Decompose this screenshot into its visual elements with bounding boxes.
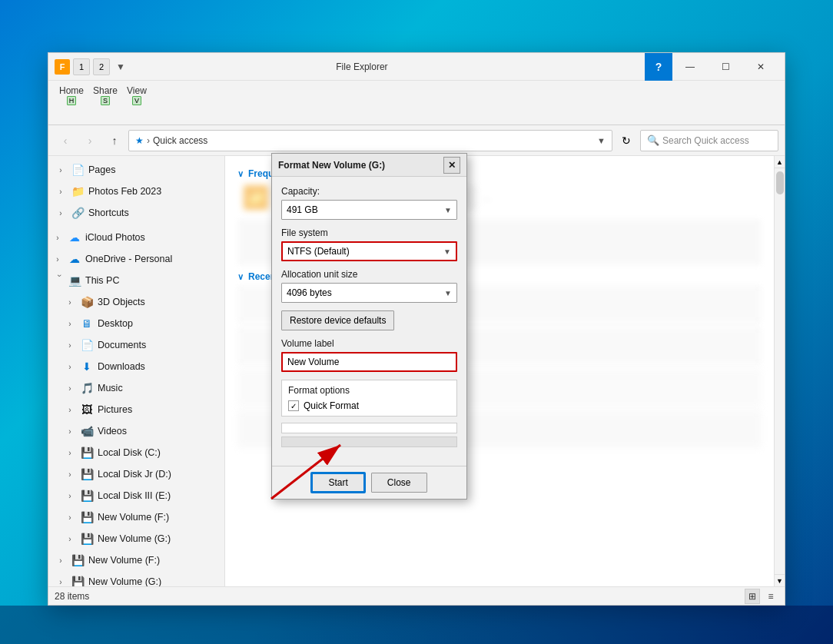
start-button[interactable]: Start xyxy=(311,473,364,493)
sidebar-item-label: OneDrive - Personal xyxy=(85,254,172,264)
help-button[interactable]: ? xyxy=(645,53,672,81)
address-text: Quick access xyxy=(153,135,207,146)
minimize-button[interactable]: — xyxy=(672,53,708,81)
shortcuts-icon: 🔗 xyxy=(70,205,85,221)
ribbon-tab-home[interactable]: Home H xyxy=(55,84,88,107)
capacity-dropdown[interactable]: 491 GB ▼ xyxy=(281,200,457,220)
expand-icon: › xyxy=(51,274,64,287)
sidebar-item-label: Pictures xyxy=(98,404,132,415)
expand-icon: › xyxy=(64,511,76,523)
icloud-icon: ☁ xyxy=(67,230,82,245)
disk-icon: 💾 xyxy=(70,574,85,586)
app-icon: F xyxy=(55,59,70,75)
sidebar-item-shortcuts[interactable]: › 🔗 Shortcuts xyxy=(48,202,224,224)
navigation-bar: ‹ › ↑ ★ › Quick access ▼ ↻ 🔍 Search Quic… xyxy=(48,125,785,156)
sidebar-item-label: Downloads xyxy=(98,361,145,372)
scrollbar-up-arrow[interactable]: ▲ xyxy=(775,156,785,168)
sidebar-item-thispc[interactable]: › 💻 This PC xyxy=(48,270,224,291)
allocation-label: Allocation unit size xyxy=(281,269,457,280)
sidebar-item-diskd[interactable]: › 💾 Local Disk Jr (D:) xyxy=(48,463,224,485)
sidebar-item-onedrive[interactable]: › ☁ OneDrive - Personal xyxy=(48,248,224,270)
expand-icon: › xyxy=(55,207,67,219)
sidebar-item-volumef1[interactable]: › 💾 New Volume (F:) xyxy=(48,506,224,528)
title-bar: F 1 2 ▼ File Explorer ? — ☐ ✕ xyxy=(48,53,785,81)
dialog-buttons: Start Close xyxy=(272,466,466,499)
address-star-icon: ★ xyxy=(135,135,144,146)
content-scrollbar[interactable]: ▲ ▼ xyxy=(774,156,785,586)
view-list-button[interactable]: ≡ xyxy=(763,589,778,604)
disk-icon: 💾 xyxy=(79,531,95,546)
close-button[interactable]: ✕ xyxy=(743,53,778,81)
forward-button[interactable]: › xyxy=(79,130,101,151)
back-button[interactable]: ‹ xyxy=(55,130,76,151)
folder-icon: 📄 xyxy=(70,162,85,178)
sidebar-item-videos[interactable]: › 📹 Videos xyxy=(48,420,224,442)
up-button[interactable]: ↑ xyxy=(104,130,125,151)
status-bar: 28 items ⊞ ≡ xyxy=(48,586,785,605)
sidebar-item-label: Videos xyxy=(98,426,127,437)
dialog-close-button[interactable]: ✕ xyxy=(443,157,460,174)
volume-label-input[interactable] xyxy=(281,352,457,372)
status-bar-controls: ⊞ ≡ xyxy=(745,589,778,604)
disk-icon: 💾 xyxy=(79,510,95,525)
close-dialog-button[interactable]: Close xyxy=(371,473,427,493)
view-details-button[interactable]: ⊞ xyxy=(745,589,760,604)
sidebar-item-diske[interactable]: › 💾 Local Disk III (E:) xyxy=(48,485,224,506)
sidebar-item-label: Photos Feb 2023 xyxy=(88,186,161,197)
sidebar-item-volumef2[interactable]: › 💾 New Volume (F:) xyxy=(48,549,224,571)
disk-icon: 💾 xyxy=(70,553,85,568)
sidebar-item-label: Desktop xyxy=(98,318,133,329)
expand-icon: › xyxy=(64,533,76,545)
downloads-icon: ⬇ xyxy=(79,359,95,374)
sidebar-item-volumeg1[interactable]: › 💾 New Volume (G:) xyxy=(48,528,224,549)
content-scrollbar-thumb[interactable] xyxy=(776,171,784,194)
restore-defaults-button[interactable]: Restore device defaults xyxy=(281,310,394,330)
dialog-body: Capacity: 491 GB ▼ File system NTFS (Def… xyxy=(272,177,466,456)
dialog-title: Format New Volume (G:) xyxy=(278,160,385,171)
sidebar-item-pages[interactable]: › 📄 Pages xyxy=(48,159,224,181)
format-options-section: Format options ✓ Quick Format xyxy=(281,380,457,447)
items-count: 28 items xyxy=(55,591,89,602)
sidebar-item-desktop[interactable]: › 🖥 Desktop xyxy=(48,313,224,334)
music-icon: 🎵 xyxy=(79,380,95,396)
dropdown-arrow-icon[interactable]: ▼ xyxy=(597,136,606,145)
capacity-label: Capacity: xyxy=(281,186,457,197)
sidebar-item-downloads[interactable]: › ⬇ Downloads xyxy=(48,356,224,377)
quick-format-checkbox[interactable]: ✓ xyxy=(288,400,299,411)
scrollbar-down-arrow[interactable]: ▼ xyxy=(775,574,785,586)
sidebar-item-documents[interactable]: › 📄 Documents xyxy=(48,334,224,356)
desktop-icon: 🖥 xyxy=(79,316,95,331)
filesystem-value: NTFS (Default) xyxy=(287,246,350,257)
expand-icon: › xyxy=(64,468,76,480)
sidebar-item-3dobjects[interactable]: › 📦 3D Objects xyxy=(48,291,224,313)
refresh-button[interactable]: ↻ xyxy=(616,130,637,151)
allocation-value: 4096 bytes xyxy=(287,287,332,298)
search-bar[interactable]: 🔍 Search Quick access xyxy=(640,130,778,151)
ribbon-tab-share[interactable]: Share S xyxy=(88,84,122,107)
expand-icon: › xyxy=(51,231,64,244)
expand-icon: › xyxy=(64,317,76,330)
dropdown-arrow-icon: ▼ xyxy=(444,206,452,214)
folder-icon: 📁 xyxy=(70,184,85,199)
allocation-dropdown[interactable]: 4096 bytes ▼ xyxy=(281,283,457,303)
expand-icon: › xyxy=(55,554,67,566)
sidebar-item-icloud[interactable]: › ☁ iCloud Photos xyxy=(48,227,224,248)
sidebar-item-diskc[interactable]: › 💾 Local Disk (C:) xyxy=(48,442,224,463)
ribbon-tab-view[interactable]: View V xyxy=(122,84,151,107)
expand-icon: › xyxy=(64,446,76,459)
filesystem-dropdown[interactable]: NTFS (Default) ▼ xyxy=(281,241,457,261)
sidebar-item-photos[interactable]: › 📁 Photos Feb 2023 xyxy=(48,181,224,202)
sidebar-item-pictures[interactable]: › 🖼 Pictures xyxy=(48,399,224,420)
maximize-button[interactable]: ☐ xyxy=(708,53,743,81)
progress-bar-bottom xyxy=(281,437,457,447)
sidebar-item-label: Documents xyxy=(98,340,146,350)
format-dialog[interactable]: Format New Volume (G:) ✕ Capacity: 491 G… xyxy=(271,153,467,500)
format-options-title: Format options xyxy=(288,385,450,396)
sidebar-item-label: Pages xyxy=(88,164,115,175)
address-bar[interactable]: ★ › Quick access ▼ xyxy=(128,130,612,151)
progress-bar-top xyxy=(281,423,457,433)
sidebar-item-volumeg2[interactable]: › 💾 New Volume (G:) xyxy=(48,571,224,586)
tile-info: ... xyxy=(483,192,491,203)
search-placeholder: Search Quick access xyxy=(662,135,749,146)
sidebar-item-music[interactable]: › 🎵 Music xyxy=(48,377,224,399)
